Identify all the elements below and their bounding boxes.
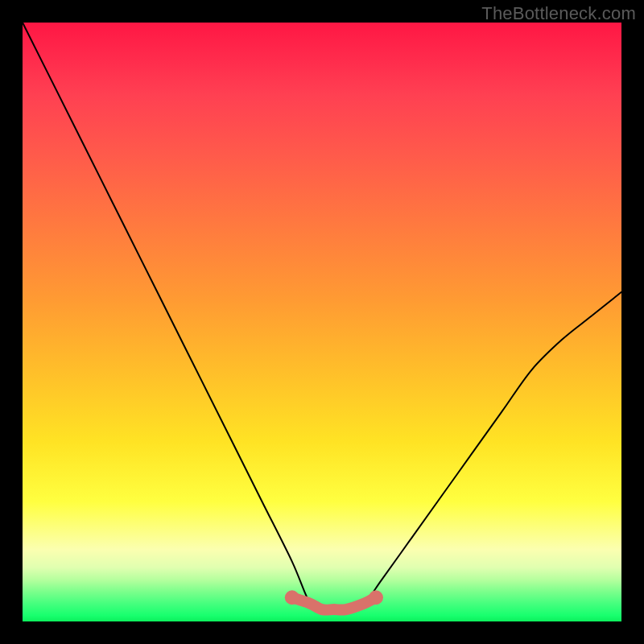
optimal-band-end-dot <box>369 590 383 605</box>
optimal-band-highlight <box>292 597 376 609</box>
optimal-band-start-dot <box>285 590 299 605</box>
watermark-text: TheBottleneck.com <box>481 3 636 24</box>
chart-svg <box>23 23 621 621</box>
bottleneck-curve <box>23 23 621 610</box>
chart-frame: TheBottleneck.com <box>0 0 644 644</box>
plot-area <box>23 23 621 621</box>
